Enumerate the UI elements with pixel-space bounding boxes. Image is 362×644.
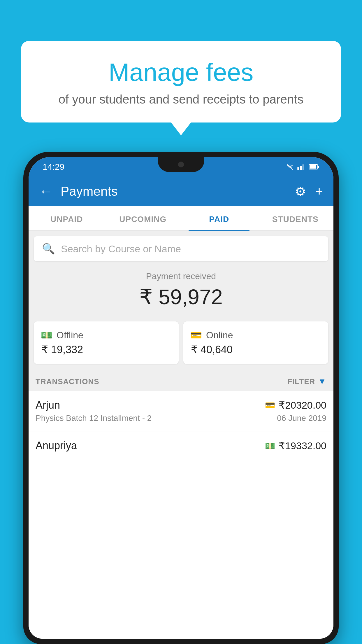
offline-amount: ₹ 19,332 [41, 344, 172, 356]
wifi-icon [286, 164, 294, 170]
filter-label: FILTER [287, 377, 315, 386]
transaction-bottom: Physics Batch 12 Installment - 2 06 June… [36, 414, 326, 423]
transaction-amount-wrap: 💵 ₹19332.00 [265, 440, 326, 452]
camera-dot [178, 162, 184, 167]
search-icon: 🔍 [42, 243, 55, 255]
offline-label: Offline [57, 330, 83, 341]
transaction-top-partial: Anupriya 💵 ₹19332.00 [36, 440, 326, 452]
status-time: 14:29 [43, 162, 64, 172]
transaction-amount: ₹19332.00 [279, 440, 326, 452]
svg-rect-5 [318, 166, 319, 168]
payment-received-label: Payment received [34, 271, 328, 281]
svg-rect-0 [297, 167, 299, 170]
search-bar[interactable]: 🔍 Search by Course or Name [34, 236, 328, 261]
notch [158, 157, 204, 172]
settings-button[interactable]: ⚙ [295, 184, 306, 199]
status-icons [286, 164, 319, 170]
signal-icon [297, 164, 306, 170]
back-button[interactable]: ← [39, 184, 53, 198]
transaction-detail: Physics Batch 12 Installment - 2 [36, 414, 152, 423]
online-amount: ₹ 40,640 [190, 344, 321, 356]
transaction-top: Arjun 💳 ₹20320.00 [36, 399, 326, 411]
cash-icon: 💵 [41, 330, 52, 341]
tab-paid[interactable]: PAID [181, 206, 257, 230]
transaction-amount: ₹20320.00 [279, 399, 326, 411]
phone-frame: 14:29 ← [23, 152, 339, 644]
add-button[interactable]: + [315, 184, 323, 199]
table-row[interactable]: Arjun 💳 ₹20320.00 Physics Batch 12 Insta… [29, 391, 333, 431]
bubble-title: Manage fees [36, 58, 326, 86]
app-bar-actions: ⚙ + [295, 184, 323, 199]
payment-amount: ₹ 59,972 [34, 285, 328, 309]
filter-icon: ▼ [318, 377, 326, 386]
offline-card: 💵 Offline ₹ 19,332 [34, 321, 179, 364]
status-bar: 14:29 [29, 157, 333, 177]
offline-card-header: 💵 Offline [41, 330, 172, 341]
app-bar: ← Payments ⚙ + [29, 177, 333, 206]
transactions-label: TRANSACTIONS [36, 377, 99, 386]
transaction-amount-wrap: 💳 ₹20320.00 [265, 399, 326, 411]
card-payment-icon: 💳 [265, 400, 275, 410]
svg-rect-4 [310, 165, 316, 169]
cash-payment-icon: 💵 [265, 441, 275, 451]
card-icon: 💳 [190, 330, 202, 341]
bubble-subtitle: of your students and send receipts to pa… [36, 92, 326, 106]
content-area: 🔍 Search by Course or Name Payment recei… [29, 231, 333, 639]
transactions-header: TRANSACTIONS FILTER ▼ [29, 371, 333, 391]
payment-summary: Payment received ₹ 59,972 [29, 262, 333, 316]
online-card: 💳 Online ₹ 40,640 [183, 321, 328, 364]
transaction-name: Anupriya [36, 440, 77, 452]
filter-button[interactable]: FILTER ▼ [287, 377, 326, 386]
online-card-header: 💳 Online [190, 330, 321, 341]
app-bar-title: Payments [61, 184, 295, 199]
speech-bubble: Manage fees of your students and send re… [21, 41, 341, 123]
svg-rect-1 [300, 166, 302, 170]
search-input[interactable]: Search by Course or Name [61, 243, 181, 255]
svg-rect-2 [302, 164, 304, 170]
transaction-name: Arjun [36, 399, 60, 411]
tab-upcoming[interactable]: UPCOMING [105, 206, 181, 230]
tabs-bar: UNPAID UPCOMING PAID STUDENTS [29, 206, 333, 231]
payment-cards: 💵 Offline ₹ 19,332 💳 Online ₹ 40,640 [29, 316, 333, 371]
tab-unpaid[interactable]: UNPAID [29, 206, 105, 230]
phone-screen: 14:29 ← [29, 157, 333, 639]
transactions-list: Arjun 💳 ₹20320.00 Physics Batch 12 Insta… [29, 391, 333, 639]
battery-icon [309, 164, 319, 170]
table-row[interactable]: Anupriya 💵 ₹19332.00 [29, 431, 333, 456]
transaction-date: 06 June 2019 [277, 414, 326, 423]
tab-students[interactable]: STUDENTS [257, 206, 334, 230]
online-label: Online [206, 330, 233, 341]
speech-bubble-section: Manage fees of your students and send re… [21, 41, 341, 123]
